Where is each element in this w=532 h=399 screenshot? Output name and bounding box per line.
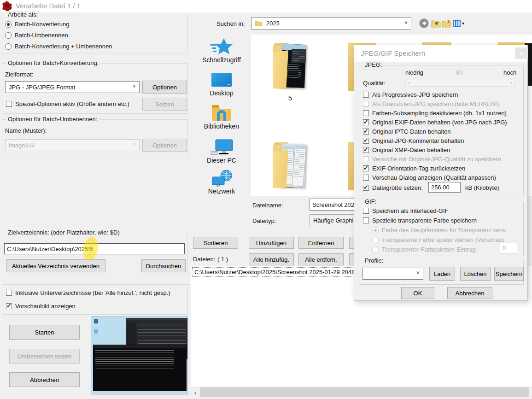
checkbox[interactable] [363, 119, 369, 125]
jpeg-option-row: Als Progressives-JPG speichern [363, 91, 458, 98]
profile-select[interactable]: ˅ [362, 268, 423, 280]
checkbox[interactable] [363, 175, 369, 181]
sidebar-quick-access-icon[interactable] [210, 38, 234, 56]
profile-load-button[interactable]: Laden [429, 267, 455, 281]
checkbox-label: Versuche mit Original-JPG-Qualität zu sp… [372, 156, 501, 163]
checkbox[interactable] [363, 208, 369, 214]
checkbox-label: Original IPTC-Daten behalten [372, 128, 451, 135]
add-all-button[interactable]: Alle hinzufüg. [249, 253, 294, 265]
profile-delete-button[interactable]: Löschen [460, 267, 491, 281]
profile-save-button[interactable]: Speichern [494, 267, 524, 281]
sidebar-libraries-icon[interactable] [211, 104, 232, 122]
special-options-checkbox[interactable] [6, 101, 12, 107]
preview-desktop-icon [94, 329, 98, 334]
gif-radio-row: Transparente Farbe später wählen (Vorsch… [372, 236, 504, 243]
palette-index-input[interactable]: 0 [500, 243, 517, 253]
filesize-row: Dateigröße setzen: [363, 184, 423, 191]
target-dir-input[interactable]: C:\Users\Nutzer\Desktop\2025\5 [4, 243, 185, 254]
folder-thumbnail-partial [348, 44, 354, 91]
group-work-as: Arbeite als: Batch-Konvertierung Batch-U… [2, 15, 188, 53]
sidebar-this-pc-icon[interactable] [210, 139, 233, 156]
ok-button[interactable]: OK [401, 287, 434, 299]
radio[interactable] [372, 237, 379, 243]
quality-slider[interactable]: ‹ › [405, 80, 515, 87]
folder-icon [255, 20, 263, 26]
radio-batch-rename[interactable] [5, 32, 12, 39]
sidebar-item-desktop[interactable]: Desktop [192, 89, 251, 97]
checkbox[interactable] [363, 101, 369, 107]
close-icon[interactable]: × [515, 47, 528, 59]
sort-button[interactable]: Sortieren [193, 237, 238, 249]
group-rename-legend: Optionen für Batch-Umbenennen: [6, 116, 99, 123]
filesize-checkbox[interactable] [363, 185, 369, 191]
views-menu-caret-icon[interactable]: ▾ [462, 21, 464, 26]
radio[interactable] [372, 227, 379, 234]
checkbox[interactable] [363, 92, 369, 98]
folder-label: 5 [272, 94, 309, 102]
jpeg-option-row: Als Graustufen-JPG speichern (bitte MERK… [363, 100, 499, 107]
sidebar-item-quick-access[interactable]: Schnellzugriff [192, 56, 251, 64]
new-folder-icon[interactable] [442, 19, 451, 28]
dialog-title: JPEG/GIF Speichern [361, 49, 425, 57]
group-target-dir-legend: Zielverzeichnis: (oder Platzhalter, wie:… [6, 229, 122, 236]
start-button[interactable]: Starten [9, 325, 80, 340]
radio-batch-both[interactable] [5, 43, 12, 50]
include-subdirs-checkbox[interactable] [6, 290, 12, 296]
checkbox[interactable] [363, 147, 369, 153]
folder-thumbnail-5[interactable] [272, 42, 309, 90]
remove-all-button[interactable]: Alle entfern. [298, 253, 344, 265]
sidebar-desktop-icon[interactable] [211, 72, 232, 88]
radio-batch-conversion[interactable] [5, 21, 12, 28]
look-in-select[interactable]: 2025 ˅ [251, 17, 411, 29]
jpeg-option-row: Versuche mit Original-JPG-Qualität zu sp… [363, 156, 501, 163]
preview-desktop-icon [94, 319, 98, 323]
views-icon[interactable] [453, 20, 461, 27]
sidebar-network-icon[interactable] [210, 170, 234, 188]
quality-low-label: niedrig [405, 69, 423, 76]
checkbox[interactable] [363, 110, 369, 116]
show-preview-checkbox[interactable] [6, 303, 12, 309]
checkbox[interactable] [363, 138, 369, 144]
jpeg-option-row: Vorschau-Dialog anzeigen (Qualität anpas… [363, 174, 496, 181]
scrollbar-thumb[interactable] [200, 387, 529, 397]
scroll-left-arrow-icon[interactable]: ‹ [191, 387, 199, 397]
target-format-select[interactable]: JPG - JPG/JPEG Format ˅ [5, 81, 140, 93]
sidebar-item-network[interactable]: Netzwerk [192, 188, 251, 195]
checkbox-label: Original XMP-Daten behalten [372, 147, 450, 153]
checkbox-label: Spezielle transparente Farbe speichern [372, 217, 477, 224]
include-subdirs-row: Inklusive Unterverzeichnisse (bei 'Alle … [6, 289, 170, 296]
checkbox[interactable] [363, 156, 369, 162]
checkbox[interactable] [363, 165, 369, 171]
dialog-titlebar[interactable]: JPEG/GIF Speichern × [354, 45, 527, 62]
quality-high-label: hoch [503, 69, 516, 76]
remove-button[interactable]: Entfernen [298, 237, 344, 249]
add-button[interactable]: Hinzufügen [249, 237, 294, 249]
show-preview-label: Vorschaubild anzeigen [15, 303, 76, 310]
look-in-label: Suchen in: [216, 20, 245, 27]
quality-value: 80 [456, 69, 462, 76]
folder-thumbnail[interactable] [272, 142, 309, 189]
dialog-cancel-button[interactable]: Abbrechen [447, 287, 492, 299]
slider-left-arrow-icon[interactable]: ‹ [408, 80, 410, 86]
filesize-input[interactable]: 256.00 [428, 182, 461, 193]
cancel-button[interactable]: Abbrechen [9, 372, 80, 387]
test-rename-button[interactable]: Umbenennen testen [9, 349, 80, 364]
name-pattern-select[interactable]: image### ˅ [5, 139, 140, 151]
preview-terminal-window [93, 345, 187, 391]
set-button[interactable]: Setzen [142, 98, 187, 111]
checkbox[interactable] [363, 217, 369, 223]
slider-right-arrow-icon[interactable]: › [510, 80, 512, 86]
sidebar-item-libraries[interactable]: Bibliotheken [192, 123, 251, 130]
rename-options-button[interactable]: Optionen [142, 139, 187, 152]
back-button-icon[interactable] [419, 18, 429, 28]
sidebar-item-this-pc[interactable]: Dieser PC [192, 157, 251, 164]
radio-row-batch-conversion: Batch-Konvertierung [5, 21, 70, 28]
radio[interactable] [372, 246, 379, 253]
up-folder-icon[interactable] [431, 19, 441, 28]
checkbox[interactable] [363, 129, 369, 135]
format-options-button[interactable]: Optionen [142, 81, 187, 94]
filesize-value: 256.00 [431, 184, 450, 191]
use-current-dir-button[interactable]: Aktuelles Verzeichnis verwenden [6, 259, 105, 272]
target-format-value: JPG - JPG/JPEG Format [9, 84, 75, 91]
browse-button[interactable]: Durchsuchen [141, 259, 186, 272]
